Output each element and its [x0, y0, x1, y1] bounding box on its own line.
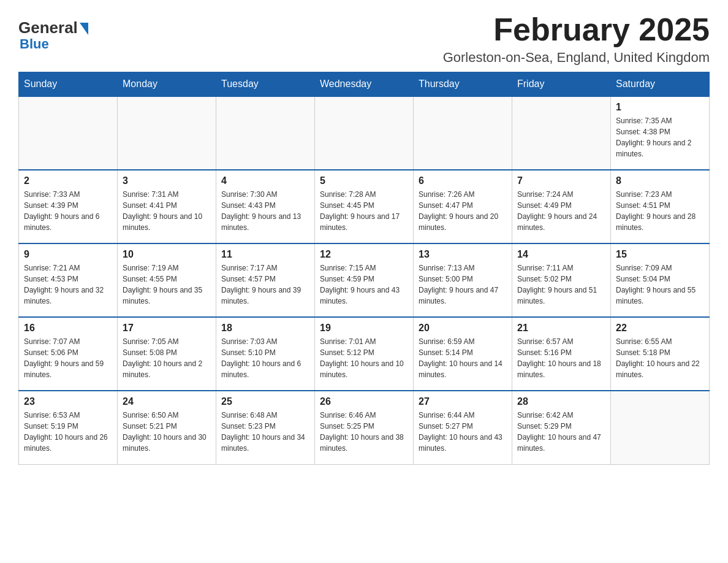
calendar-cell — [118, 96, 216, 170]
week-row-1: 1Sunrise: 7:35 AM Sunset: 4:38 PM Daylig… — [19, 96, 710, 170]
title-section: February 2025 Gorleston-on-Sea, England,… — [443, 12, 710, 66]
day-info: Sunrise: 6:42 AM Sunset: 5:29 PM Dayligh… — [517, 410, 605, 454]
day-info: Sunrise: 7:21 AM Sunset: 4:53 PM Dayligh… — [24, 262, 112, 307]
day-info: Sunrise: 7:28 AM Sunset: 4:45 PM Dayligh… — [320, 189, 408, 233]
week-row-3: 9Sunrise: 7:21 AM Sunset: 4:53 PM Daylig… — [19, 243, 710, 317]
weekday-header-sunday: Sunday — [19, 72, 118, 97]
day-number: 12 — [320, 249, 408, 260]
day-number: 16 — [24, 323, 112, 334]
calendar-cell: 22Sunrise: 6:55 AM Sunset: 5:18 PM Dayli… — [611, 317, 710, 391]
weekday-header-thursday: Thursday — [414, 72, 512, 97]
day-number: 10 — [123, 249, 211, 260]
calendar-cell: 18Sunrise: 7:03 AM Sunset: 5:10 PM Dayli… — [216, 317, 315, 391]
day-number: 1 — [616, 102, 704, 113]
day-info: Sunrise: 6:53 AM Sunset: 5:19 PM Dayligh… — [24, 410, 112, 454]
calendar-cell: 28Sunrise: 6:42 AM Sunset: 5:29 PM Dayli… — [512, 391, 611, 464]
day-number: 17 — [123, 323, 211, 334]
day-info: Sunrise: 7:19 AM Sunset: 4:55 PM Dayligh… — [123, 262, 211, 307]
day-info: Sunrise: 6:44 AM Sunset: 5:27 PM Dayligh… — [419, 410, 507, 454]
location-subtitle: Gorleston-on-Sea, England, United Kingdo… — [443, 50, 710, 66]
calendar-cell: 4Sunrise: 7:30 AM Sunset: 4:43 PM Daylig… — [216, 170, 315, 243]
week-row-4: 16Sunrise: 7:07 AM Sunset: 5:06 PM Dayli… — [19, 317, 710, 391]
weekday-header-saturday: Saturday — [611, 72, 710, 97]
day-info: Sunrise: 7:07 AM Sunset: 5:06 PM Dayligh… — [24, 336, 112, 380]
calendar-cell: 21Sunrise: 6:57 AM Sunset: 5:16 PM Dayli… — [512, 317, 611, 391]
day-number: 11 — [221, 249, 309, 260]
calendar-cell — [19, 96, 118, 170]
day-number: 3 — [123, 175, 211, 186]
calendar-cell — [611, 391, 710, 464]
day-info: Sunrise: 7:24 AM Sunset: 4:49 PM Dayligh… — [517, 189, 605, 233]
day-number: 13 — [419, 249, 507, 260]
month-title: February 2025 — [443, 12, 710, 47]
calendar-cell: 1Sunrise: 7:35 AM Sunset: 4:38 PM Daylig… — [611, 96, 710, 170]
day-info: Sunrise: 7:09 AM Sunset: 5:04 PM Dayligh… — [616, 262, 704, 307]
calendar-cell: 23Sunrise: 6:53 AM Sunset: 5:19 PM Dayli… — [19, 391, 118, 464]
calendar-cell: 3Sunrise: 7:31 AM Sunset: 4:41 PM Daylig… — [118, 170, 216, 243]
day-number: 6 — [419, 175, 507, 186]
logo-general-text: General — [18, 18, 78, 37]
calendar-cell: 19Sunrise: 7:01 AM Sunset: 5:12 PM Dayli… — [315, 317, 414, 391]
day-number: 15 — [616, 249, 704, 260]
calendar-cell — [216, 96, 315, 170]
day-info: Sunrise: 6:55 AM Sunset: 5:18 PM Dayligh… — [616, 336, 704, 380]
day-number: 14 — [517, 249, 605, 260]
day-info: Sunrise: 7:15 AM Sunset: 4:59 PM Dayligh… — [320, 262, 408, 307]
day-number: 2 — [24, 175, 112, 186]
day-info: Sunrise: 6:50 AM Sunset: 5:21 PM Dayligh… — [123, 410, 211, 454]
weekday-header-wednesday: Wednesday — [315, 72, 414, 97]
day-info: Sunrise: 6:59 AM Sunset: 5:14 PM Dayligh… — [419, 336, 507, 380]
day-number: 18 — [221, 323, 309, 334]
calendar-cell: 11Sunrise: 7:17 AM Sunset: 4:57 PM Dayli… — [216, 243, 315, 317]
logo-blue-text: Blue — [18, 36, 49, 52]
day-number: 26 — [320, 396, 408, 407]
calendar-cell: 14Sunrise: 7:11 AM Sunset: 5:02 PM Dayli… — [512, 243, 611, 317]
day-info: Sunrise: 7:05 AM Sunset: 5:08 PM Dayligh… — [123, 336, 211, 380]
calendar-cell — [414, 96, 512, 170]
day-number: 24 — [123, 396, 211, 407]
day-number: 21 — [517, 323, 605, 334]
day-info: Sunrise: 7:23 AM Sunset: 4:51 PM Dayligh… — [616, 189, 704, 233]
calendar-cell — [512, 96, 611, 170]
calendar-cell: 8Sunrise: 7:23 AM Sunset: 4:51 PM Daylig… — [611, 170, 710, 243]
calendar-cell: 9Sunrise: 7:21 AM Sunset: 4:53 PM Daylig… — [19, 243, 118, 317]
logo-arrow-icon — [80, 23, 88, 35]
week-row-2: 2Sunrise: 7:33 AM Sunset: 4:39 PM Daylig… — [19, 170, 710, 243]
day-info: Sunrise: 7:03 AM Sunset: 5:10 PM Dayligh… — [221, 336, 309, 380]
calendar-cell: 6Sunrise: 7:26 AM Sunset: 4:47 PM Daylig… — [414, 170, 512, 243]
calendar-cell: 24Sunrise: 6:50 AM Sunset: 5:21 PM Dayli… — [118, 391, 216, 464]
day-number: 20 — [419, 323, 507, 334]
day-info: Sunrise: 7:17 AM Sunset: 4:57 PM Dayligh… — [221, 262, 309, 307]
calendar-cell: 13Sunrise: 7:13 AM Sunset: 5:00 PM Dayli… — [414, 243, 512, 317]
calendar-cell: 15Sunrise: 7:09 AM Sunset: 5:04 PM Dayli… — [611, 243, 710, 317]
calendar-cell: 2Sunrise: 7:33 AM Sunset: 4:39 PM Daylig… — [19, 170, 118, 243]
day-info: Sunrise: 7:30 AM Sunset: 4:43 PM Dayligh… — [221, 189, 309, 233]
day-info: Sunrise: 7:31 AM Sunset: 4:41 PM Dayligh… — [123, 189, 211, 233]
calendar-cell — [315, 96, 414, 170]
calendar-table: SundayMondayTuesdayWednesdayThursdayFrid… — [18, 72, 710, 465]
calendar-cell: 25Sunrise: 6:48 AM Sunset: 5:23 PM Dayli… — [216, 391, 315, 464]
weekday-header-monday: Monday — [118, 72, 216, 97]
calendar-cell: 17Sunrise: 7:05 AM Sunset: 5:08 PM Dayli… — [118, 317, 216, 391]
day-info: Sunrise: 7:01 AM Sunset: 5:12 PM Dayligh… — [320, 336, 408, 380]
calendar-cell: 20Sunrise: 6:59 AM Sunset: 5:14 PM Dayli… — [414, 317, 512, 391]
weekday-header-friday: Friday — [512, 72, 611, 97]
day-info: Sunrise: 7:35 AM Sunset: 4:38 PM Dayligh… — [616, 115, 704, 159]
calendar-cell: 12Sunrise: 7:15 AM Sunset: 4:59 PM Dayli… — [315, 243, 414, 317]
calendar-cell: 16Sunrise: 7:07 AM Sunset: 5:06 PM Dayli… — [19, 317, 118, 391]
calendar-cell: 10Sunrise: 7:19 AM Sunset: 4:55 PM Dayli… — [118, 243, 216, 317]
day-info: Sunrise: 7:26 AM Sunset: 4:47 PM Dayligh… — [419, 189, 507, 233]
day-number: 19 — [320, 323, 408, 334]
logo: General Blue — [18, 12, 88, 52]
page-header: General Blue February 2025 Gorleston-on-… — [18, 12, 710, 66]
day-info: Sunrise: 7:33 AM Sunset: 4:39 PM Dayligh… — [24, 189, 112, 233]
weekday-header-tuesday: Tuesday — [216, 72, 315, 97]
day-number: 5 — [320, 175, 408, 186]
day-number: 8 — [616, 175, 704, 186]
day-number: 27 — [419, 396, 507, 407]
day-info: Sunrise: 7:11 AM Sunset: 5:02 PM Dayligh… — [517, 262, 605, 307]
calendar-cell: 5Sunrise: 7:28 AM Sunset: 4:45 PM Daylig… — [315, 170, 414, 243]
day-number: 25 — [221, 396, 309, 407]
day-info: Sunrise: 6:48 AM Sunset: 5:23 PM Dayligh… — [221, 410, 309, 454]
calendar-cell: 27Sunrise: 6:44 AM Sunset: 5:27 PM Dayli… — [414, 391, 512, 464]
